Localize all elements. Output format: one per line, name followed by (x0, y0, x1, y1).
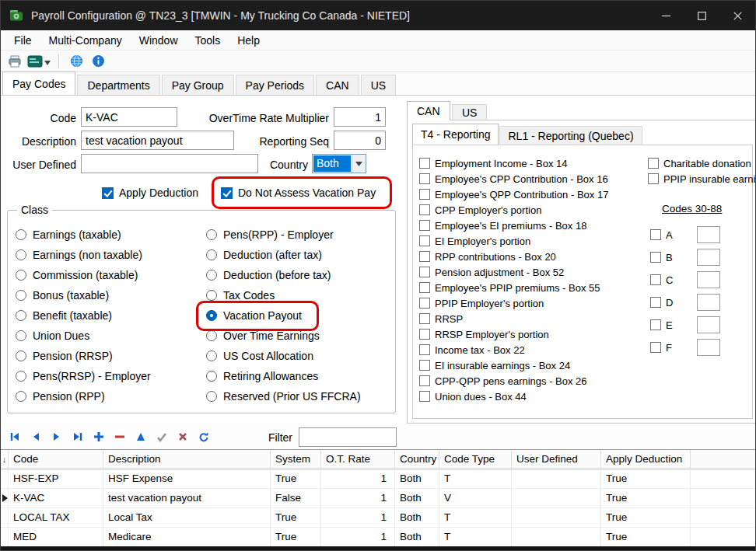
checkbox[interactable] (419, 251, 430, 262)
right-tab-us[interactable]: US (452, 104, 487, 120)
radio-deduction-before-tax[interactable]: Deduction (before tax) (206, 268, 361, 282)
grid-cell[interactable]: LOCAL TAX (9, 508, 103, 528)
prior-record-button[interactable] (25, 427, 46, 446)
t4-checkbox-item[interactable]: Employee's CPP Contribution - Box 16 (419, 172, 608, 186)
grid-cell[interactable]: V (439, 489, 512, 508)
checkbox[interactable] (648, 158, 659, 169)
refresh-button[interactable] (193, 427, 214, 446)
header-country[interactable]: Country (395, 450, 439, 469)
checkbox[interactable] (419, 235, 430, 246)
radio-button[interactable] (206, 229, 217, 240)
info-icon[interactable] (89, 52, 107, 71)
checkbox[interactable] (650, 319, 661, 330)
checkbox[interactable] (419, 313, 430, 324)
grid-cell[interactable] (512, 489, 601, 508)
delete-record-button[interactable] (109, 427, 130, 446)
ppip-insurable-checkbox[interactable]: PPIP insurable earni (648, 172, 755, 186)
radio-benefit-taxable[interactable]: Benefit (taxable) (16, 309, 151, 323)
grid-cell[interactable] (512, 469, 601, 489)
grid-cell[interactable]: False (271, 489, 321, 508)
radio-button[interactable] (206, 310, 217, 321)
chevron-down-icon[interactable] (352, 155, 366, 173)
radio-button[interactable] (206, 270, 217, 281)
radio-union-dues[interactable]: Union Dues (16, 329, 151, 343)
checkbox[interactable] (648, 173, 659, 184)
tab-pay-codes[interactable]: Pay Codes (2, 71, 75, 95)
code-a-input[interactable] (697, 226, 720, 243)
radio-button[interactable] (16, 350, 26, 361)
radio-button[interactable] (16, 371, 26, 382)
grid-cell[interactable]: Medicare (103, 528, 271, 547)
checkbox[interactable] (419, 344, 430, 355)
radio-button[interactable] (16, 310, 26, 321)
grid-cell[interactable]: 1 (321, 508, 395, 528)
radio-commission-taxable[interactable]: Commission (taxable) (16, 268, 151, 282)
radio-button[interactable] (16, 270, 26, 281)
menu-file[interactable]: File (5, 30, 40, 50)
checkbox[interactable] (650, 274, 661, 285)
checkbox[interactable] (650, 297, 661, 308)
checkbox[interactable] (419, 158, 430, 169)
grid-cell[interactable]: K-VAC (9, 489, 103, 508)
code-d-input[interactable] (697, 294, 720, 311)
radio-pens-rrsp-employer[interactable]: Pens(RRSP) - Employer (16, 369, 151, 383)
country-select[interactable]: Both (312, 154, 366, 173)
t4-checkbox-item[interactable]: RRSP (419, 312, 608, 326)
grid-cell[interactable]: 1 (321, 528, 395, 547)
code-e-input[interactable] (697, 316, 720, 333)
radio-reserved-prior-us-ffcra[interactable]: Reserved (Prior US FFCRA) (206, 389, 361, 403)
menu-multi-company[interactable]: Multi-Company (40, 30, 131, 50)
t4-checkbox-item[interactable]: Union dues - Box 44 (419, 389, 608, 403)
t4-checkbox-item[interactable]: Employment Income - Box 14 (419, 156, 608, 170)
t4-checkbox-item[interactable]: EI insurable earnings - Box 24 (419, 358, 608, 372)
checkbox[interactable] (419, 298, 430, 309)
t4-checkbox-item[interactable]: RPP contributions - Box 20 (419, 249, 608, 263)
globe-icon[interactable] (67, 52, 86, 71)
header-code-type[interactable]: Code Type (439, 450, 512, 469)
radio-earnings-taxable[interactable]: Earnings (taxable) (16, 228, 151, 242)
grid-cell[interactable]: HSF-EXP (9, 469, 103, 489)
grid-cell[interactable]: T (439, 528, 512, 547)
radio-earnings-non-taxable[interactable]: Earnings (non taxable) (16, 248, 151, 262)
minimize-button[interactable] (648, 1, 684, 30)
checkbox[interactable] (419, 220, 430, 231)
cancel-edit-button[interactable] (172, 427, 193, 446)
t4-checkbox-item[interactable]: CPP-QPP pens earnings - Box 26 (419, 374, 608, 388)
code-input[interactable] (81, 107, 177, 127)
checkbox[interactable] (221, 187, 233, 199)
filter-input[interactable] (299, 427, 397, 447)
grid-cell[interactable]: T (439, 508, 512, 528)
t4-checkbox-item[interactable]: PPIP Employer's portion (419, 296, 608, 310)
reporting-seq-input[interactable] (334, 131, 386, 150)
grid-cell[interactable]: True (601, 528, 691, 547)
grid-cell[interactable] (512, 528, 601, 547)
do-not-assess-vacation-pay-checkbox[interactable]: Do Not Assess Vacation Pay (221, 185, 376, 201)
radio-button[interactable] (206, 249, 217, 260)
t4-checkbox-item[interactable]: Income tax - Box 22 (419, 343, 608, 357)
radio-button[interactable] (206, 290, 217, 301)
t4-checkbox-item[interactable]: Employee's QPP Contribution - Box 17 (419, 187, 608, 201)
radio-button[interactable] (16, 330, 26, 341)
grid-cell[interactable]: T (439, 469, 512, 489)
payroll-icon[interactable] (27, 52, 51, 71)
header-user-defined[interactable]: User Defined (512, 450, 601, 469)
first-record-button[interactable] (4, 427, 25, 446)
grid-cell[interactable] (512, 508, 601, 528)
grid-cell[interactable]: True (271, 528, 321, 547)
radio-button[interactable] (16, 391, 26, 402)
grid-cell[interactable]: test vacation payout (103, 489, 271, 508)
menu-help[interactable]: Help (229, 30, 268, 50)
tab-can[interactable]: CAN (316, 75, 359, 95)
t4-checkbox-item[interactable]: EI Employer's portion (419, 234, 608, 248)
radio-button[interactable] (16, 229, 26, 240)
last-record-button[interactable] (67, 427, 88, 446)
apply-deduction-checkbox[interactable]: Apply Deduction (102, 185, 198, 201)
grid-cell[interactable]: Both (395, 528, 439, 547)
grid-cell[interactable]: Local Tax (103, 508, 271, 528)
right-tab-can[interactable]: CAN (407, 101, 450, 120)
tab-rl1-reporting[interactable]: RL1 - Reporting (Quebec) (499, 126, 642, 145)
code-f-input[interactable] (697, 339, 720, 356)
t4-checkbox-item[interactable]: Employee's EI premiums - Box 18 (419, 218, 608, 232)
radio-us-cost-allocation[interactable]: US Cost Allocation (206, 349, 361, 363)
post-edit-button[interactable] (151, 427, 172, 446)
